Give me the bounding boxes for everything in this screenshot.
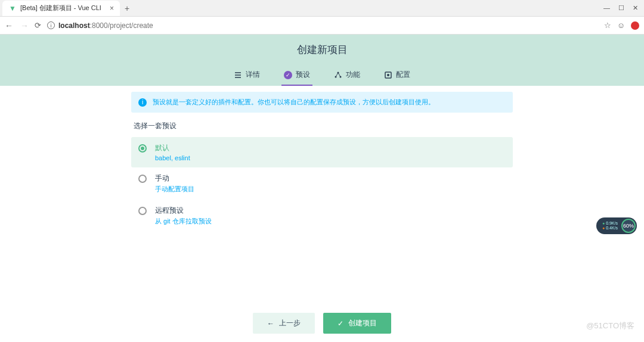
star-icon[interactable]: ☆ [604, 21, 611, 30]
list-icon [234, 71, 242, 79]
url-field[interactable]: i localhost:8000/project/create [47, 21, 598, 30]
tab-label: 详情 [246, 70, 260, 80]
watermark: @51CTO博客 [586, 321, 634, 331]
tab-config[interactable]: 配置 [382, 65, 413, 86]
back-button[interactable]: ← 上一步 [253, 313, 315, 334]
back-label: 上一步 [279, 318, 301, 328]
browser-address-bar: ← → ⟳ i localhost:8000/project/create ☆ … [0, 17, 644, 35]
info-icon: i [138, 98, 147, 107]
tab-title: [Beta] 创建新项目 - Vue CLI [20, 4, 101, 13]
content-area: i 预设就是一套定义好的插件和配置。你也可以将自己的配置保存成预设，方便以后创建… [131, 86, 513, 232]
addr-right: ☆ ☺ [604, 21, 639, 30]
radio-icon [138, 144, 147, 153]
gear-icon [384, 71, 392, 79]
banner-text: 预设就是一套定义好的插件和配置。你也可以将自己的配置保存成预设，方便以后创建项目… [153, 98, 435, 107]
check-circle-icon: ✓ [284, 71, 292, 79]
preset-text: 远程预设 从 git 仓库拉取预设 [155, 206, 212, 226]
preset-desc: 手动配置项目 [155, 185, 194, 194]
create-label: 创建项目 [348, 318, 377, 328]
page-title: 创建新项目 [0, 43, 644, 57]
reload-icon[interactable]: ⟳ [35, 21, 41, 30]
user-icon[interactable]: ☺ [617, 21, 625, 30]
tab-close-icon[interactable]: × [110, 4, 114, 13]
tab-label: 预设 [296, 70, 310, 80]
browser-tab-strip: ▼ [Beta] 创建新项目 - Vue CLI × + — ☐ ✕ [0, 0, 644, 17]
preset-title: 远程预设 [155, 206, 212, 216]
extension-badge[interactable] [631, 21, 639, 30]
header-bar: 创建新项目 详情 ✓ 预设 功能 配置 [0, 35, 644, 86]
tabs-nav: 详情 ✓ 预设 功能 配置 [0, 65, 644, 86]
back-icon[interactable]: ← [5, 21, 13, 30]
network-widget[interactable]: 0.9K/s 0.4K/s 60% [596, 217, 637, 234]
info-banner: i 预设就是一套定义好的插件和配置。你也可以将自己的配置保存成预设，方便以后创建… [131, 92, 513, 113]
url-text: localhost:8000/project/create [58, 21, 153, 30]
footer-actions: ← 上一步 ✓ 创建项目 [0, 313, 644, 334]
window-controls: — ☐ ✕ [597, 4, 644, 12]
tab-features[interactable]: 功能 [332, 65, 363, 86]
net-stats: 0.9K/s 0.4K/s [602, 221, 618, 231]
net-down: 0.4K/s [602, 226, 618, 231]
window-close[interactable]: ✕ [633, 4, 638, 12]
preset-title: 默认 [155, 143, 190, 153]
radio-icon [138, 175, 147, 183]
site-info-icon[interactable]: i [47, 21, 55, 29]
preset-text: 默认 babel, eslint [155, 143, 190, 161]
browser-tab[interactable]: ▼ [Beta] 创建新项目 - Vue CLI × [2, 1, 120, 16]
svg-point-4 [387, 74, 389, 76]
forward-icon: → [20, 21, 29, 30]
preset-desc: 从 git 仓库拉取预设 [155, 217, 212, 226]
new-tab-button[interactable]: + [120, 4, 134, 13]
preset-default[interactable]: 默认 babel, eslint [131, 137, 513, 167]
net-circle: 60% [621, 219, 636, 233]
window-maximize[interactable]: ☐ [618, 4, 624, 12]
nav-arrows: ← → [5, 21, 29, 30]
preset-text: 手动 手动配置项目 [155, 173, 194, 194]
tab-label: 功能 [346, 70, 360, 80]
window-minimize[interactable]: — [603, 4, 610, 12]
preset-remote[interactable]: 远程预设 从 git 仓库拉取预设 [131, 200, 513, 232]
preset-desc: babel, eslint [155, 154, 190, 161]
radio-icon [138, 207, 147, 215]
net-up: 0.9K/s [602, 221, 618, 226]
create-project-button[interactable]: ✓ 创建项目 [323, 313, 391, 334]
share-icon [334, 71, 342, 79]
tab-details[interactable]: 详情 [231, 65, 262, 86]
preset-manual[interactable]: 手动 手动配置项目 [131, 167, 513, 200]
vue-favicon: ▼ [8, 4, 17, 13]
tab-presets[interactable]: ✓ 预设 [281, 65, 312, 86]
check-icon: ✓ [338, 319, 343, 328]
section-heading: 选择一套预设 [134, 121, 513, 131]
tab-label: 配置 [396, 70, 410, 80]
arrow-left-icon: ← [267, 319, 274, 328]
preset-title: 手动 [155, 173, 194, 184]
